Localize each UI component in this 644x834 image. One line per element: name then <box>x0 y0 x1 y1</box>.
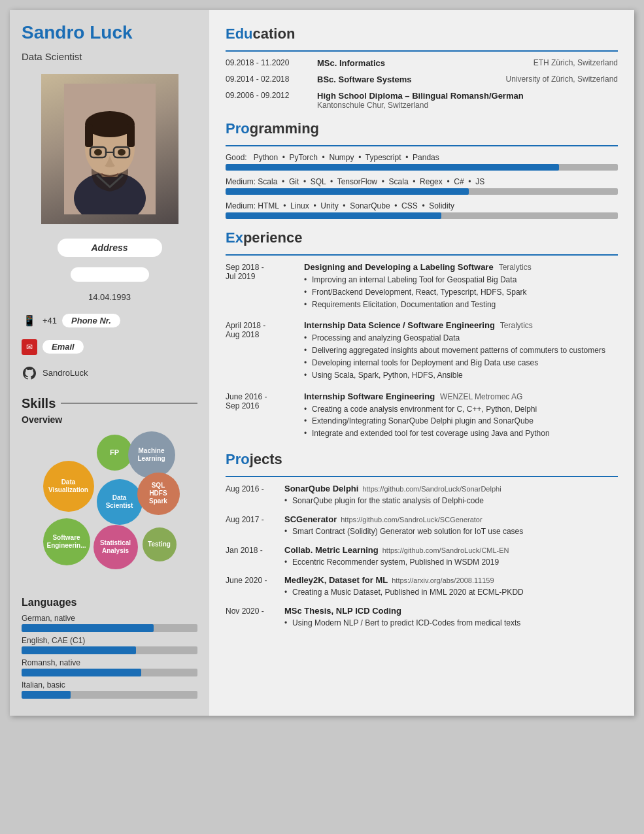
lang-bar-fill <box>22 691 71 699</box>
proj-row-4: June 2020 - Medley2K, Dataset for ML htt… <box>226 575 618 599</box>
svg-rect-6 <box>127 124 135 147</box>
education-divider <box>226 50 618 52</box>
prog-bar-bg-1 <box>226 164 618 171</box>
exp-dates-3: June 2016 -Sep 2016 <box>226 392 297 441</box>
exp-bullet: Using Scala, Spark, Python, HDFS, Ansibl… <box>304 370 618 381</box>
github-row: SandroLuck <box>22 365 197 381</box>
edu-dates-2: 09.2014 - 02.2018 <box>226 75 311 84</box>
resume-container: Sandro Luck Data Scientist <box>10 10 634 716</box>
exp-title-3: Internship Software Engineering <box>304 392 435 401</box>
proj-bullets-3: Eccentric Recommender system, Published … <box>284 557 618 568</box>
exp-bullet: Integrate and extended tool for test cov… <box>304 428 618 439</box>
candidate-title: Data Scientist <box>22 51 197 62</box>
skills-divider <box>61 403 197 404</box>
projects-title: Projects <box>226 451 618 468</box>
candidate-name: Sandro Luck <box>22 23 197 43</box>
prog-bar-fill-1 <box>226 164 559 171</box>
exp-bullet: Extending/Integrating SonarQube Delphi p… <box>304 416 618 427</box>
email-row: ✉ Email <box>22 339 197 355</box>
exp-title-2: Internship Data Science / Software Engin… <box>304 320 495 330</box>
projects-title-rest: jects <box>250 451 282 467</box>
exp-bullet: Processing and analyzing Geospatial Data <box>304 333 618 344</box>
edu-row-2: 09.2014 - 02.2018 BSc. Software Systems … <box>226 75 618 84</box>
skill-ds: DataScientist <box>97 479 143 525</box>
programming-title-rest: gramming <box>250 120 319 137</box>
lang-bar-bg <box>22 691 197 699</box>
proj-bullet: SonarQube plugin for the static analysis… <box>284 495 618 507</box>
proj-content-5: MSc Thesis, NLP ICD Coding Using Modern … <box>284 606 618 630</box>
dob: 14.04.1993 <box>22 292 197 302</box>
lang-bar-bg <box>22 646 197 654</box>
edu-dates-3: 09.2006 - 09.2012 <box>226 91 311 110</box>
prog-label-2: Medium: Scala • Git • SQL • TensorFlow •… <box>226 177 618 186</box>
proj-title-5: MSc Thesis, NLP ICD Coding <box>284 606 401 616</box>
svg-point-11 <box>118 149 126 156</box>
lang-bar-bg <box>22 624 197 632</box>
languages-section: Languages German, native English, CAE (C… <box>22 597 197 703</box>
exp-bullet: Delivering aggregated insights about mov… <box>304 345 618 356</box>
experience-title-rest: perience <box>243 229 303 246</box>
phone-row: 📱 +41 Phone Nr. <box>22 313 197 329</box>
exp-content-2: Internship Data Science / Software Engin… <box>304 320 618 382</box>
proj-title-1: SonarQube Delphi <box>284 484 358 493</box>
prog-bar-bg-3 <box>226 212 618 219</box>
proj-row-5: Nov 2020 - MSc Thesis, NLP ICD Coding Us… <box>226 606 618 630</box>
proj-row-1: Aug 2016 - SonarQube Delphi https://gith… <box>226 484 618 508</box>
exp-bullets-3: Creating a code analysis environment for… <box>304 404 618 439</box>
proj-content-3: Collab. Metric Learning https://github.c… <box>284 545 618 569</box>
prog-bar-fill-3 <box>226 212 441 219</box>
proj-title-row-5: MSc Thesis, NLP ICD Coding <box>284 606 618 616</box>
skill-se: SoftwareEngineerin... <box>43 518 90 565</box>
prog-label-1: Good: Python • PyTorch • Numpy • Typescr… <box>226 153 618 162</box>
address-value <box>71 267 149 282</box>
exp-title-row-2: Internship Data Science / Software Engin… <box>304 320 618 330</box>
phone-icon: 📱 <box>22 313 37 329</box>
proj-link-1: https://github.com/SandroLuck/SonarDelph… <box>362 485 501 493</box>
lang-item: English, CAE (C1) <box>22 636 197 654</box>
edu-content-2: BSc. Software Systems University of Züri… <box>317 75 618 84</box>
proj-dates-2: Aug 2017 - <box>226 514 278 539</box>
prog-bar-fill-2 <box>226 188 469 195</box>
phone-prefix: +41 <box>42 316 57 325</box>
lang-bar-fill <box>22 669 141 676</box>
svg-point-10 <box>94 149 102 156</box>
email-icon: ✉ <box>22 339 37 355</box>
lang-item: Italian, basic <box>22 680 197 699</box>
experience-divider <box>226 254 618 256</box>
proj-content-1: SonarQube Delphi https://github.com/Sand… <box>284 484 618 508</box>
exp-bullet: Requirements Elicitation, Documentation … <box>304 299 618 310</box>
proj-link-2: https://github.com/SandroLuck/SCGenerato… <box>341 516 482 524</box>
proj-title-row-3: Collab. Metric Learning https://github.c… <box>284 545 618 555</box>
proj-title-row-1: SonarQube Delphi https://github.com/Sand… <box>284 484 618 493</box>
edu-institution-1: ETH Zürich, Switzerland <box>500 58 618 67</box>
proj-row-2: Aug 2017 - SCGenerator https://github.co… <box>226 514 618 539</box>
edu-degree-1: MSc. Informatics <box>317 58 385 68</box>
proj-bullets-1: SonarQube plugin for the static analysis… <box>284 495 618 507</box>
lang-bar-fill <box>22 624 154 632</box>
experience-title: Experience <box>226 229 618 246</box>
prog-bar-bg-2 <box>226 188 618 195</box>
skill-sa: StatisticalAnalysis <box>93 525 138 569</box>
skill-fp: FP <box>97 435 133 471</box>
proj-content-2: SCGenerator https://github.com/SandroLuc… <box>284 514 618 539</box>
prog-row-1: Good: Python • PyTorch • Numpy • Typescr… <box>226 153 618 171</box>
lang-bar-bg <box>22 669 197 676</box>
proj-title-row-2: SCGenerator https://github.com/SandroLuc… <box>284 514 618 524</box>
edu-row-3: 09.2006 - 09.2012 High School Diploma – … <box>226 91 618 110</box>
edu-school-3: Kantonschule Chur, Switzerland <box>317 101 618 110</box>
exp-company-2: Teralytics <box>500 321 533 330</box>
proj-dates-3: Jan 2018 - <box>226 545 278 569</box>
lang-name: German, native <box>22 614 197 623</box>
exp-row-1: Sep 2018 -Jul 2019 Designing and Develop… <box>226 262 618 311</box>
overview-label: Overview <box>22 414 197 425</box>
programming-title-highlight: Pro <box>226 120 250 137</box>
skills-heading: Skills <box>22 396 56 411</box>
github-icon <box>22 365 37 381</box>
languages-heading: Languages <box>22 597 197 609</box>
skill-testing: Testing <box>143 527 177 561</box>
exp-title-row-1: Designing and Developing a Labeling Soft… <box>304 262 618 272</box>
proj-bullets-4: Creating a Music Dataset, Published in M… <box>284 587 618 598</box>
skill-sql: SQLHDFSSpark <box>137 473 180 515</box>
education-title-highlight: Edu <box>226 25 253 42</box>
prog-row-3: Medium: HTML • Linux • Unity • SonarQube… <box>226 201 618 219</box>
